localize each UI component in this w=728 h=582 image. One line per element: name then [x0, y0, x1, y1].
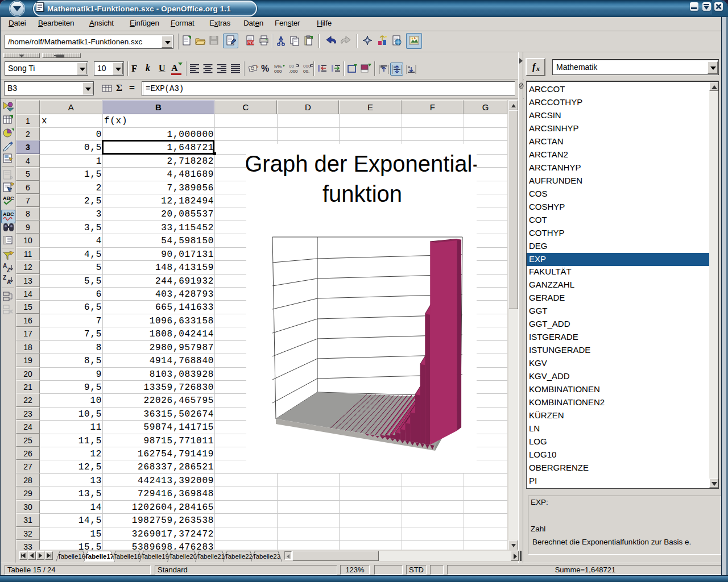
svg-text:Graph der Exponential-: Graph der Exponential- [246, 151, 477, 176]
svg-text:Z: Z [7, 267, 10, 273]
svg-text:PDF: PDF [247, 41, 255, 45]
svg-text:Z: Z [3, 275, 6, 281]
svg-text:00: 00 [289, 64, 294, 69]
svg-text:.000: .000 [289, 69, 298, 74]
svg-text:ABC: ABC [3, 196, 14, 201]
svg-text:000: 000 [303, 64, 311, 69]
svg-text:000: 000 [274, 69, 282, 74]
svg-text:A: A [7, 279, 11, 285]
svg-text:ABC: ABC [3, 211, 14, 217]
svg-text:funktion: funktion [322, 181, 402, 206]
svg-text:00.: 00. [303, 69, 309, 74]
